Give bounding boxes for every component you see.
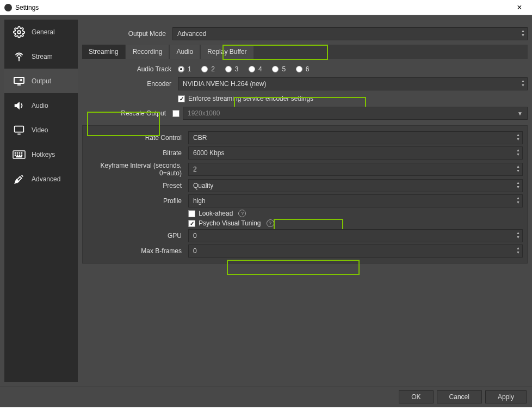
rescale-select[interactable]: 1920x1080 ▼ <box>183 107 528 120</box>
encoder-select[interactable]: NVIDIA NVENC H.264 (new) ▲▼ <box>178 77 528 90</box>
audio-track-4[interactable] <box>249 66 255 72</box>
output-tabs: Streaming Recording Audio Replay Buffer <box>82 45 528 59</box>
speaker-icon <box>12 100 26 112</box>
preset-label: Preset <box>87 182 185 189</box>
updown-icon: ▲▼ <box>516 196 520 205</box>
app-icon <box>4 4 12 11</box>
broadcast-icon <box>12 51 26 63</box>
profile-label: Profile <box>87 197 185 205</box>
help-icon[interactable]: ? <box>238 210 246 217</box>
output-mode-value: Advanced <box>177 30 206 38</box>
gpu-input[interactable]: 0▲▼ <box>188 229 523 242</box>
encoder-value: NVIDIA NVENC H.264 (new) <box>183 80 266 88</box>
keyboard-icon <box>12 149 26 161</box>
svg-point-0 <box>17 30 21 34</box>
pvt-checkbox[interactable] <box>188 220 195 227</box>
rescale-checkbox[interactable] <box>172 110 180 117</box>
kfi-label: Keyframe Interval (seconds, 0=auto) <box>87 162 185 177</box>
sidebar-item-label: Output <box>32 77 51 85</box>
audio-track-row: Audio Track 1 2 3 4 5 6 <box>82 65 528 73</box>
audio-track-label: Audio Track <box>82 65 175 73</box>
preset-select[interactable]: Quality▲▼ <box>188 179 523 192</box>
svg-rect-13 <box>16 156 22 157</box>
sidebar-item-label: Stream <box>32 53 53 60</box>
rescale-label: Rescale Output <box>82 109 169 117</box>
bitrate-label: Bitrate <box>87 149 185 157</box>
chevron-down-icon: ▼ <box>517 111 523 117</box>
pvt-row: Psycho Visual Tuning ? <box>87 219 523 227</box>
sidebar-item-label: Hotkeys <box>32 151 55 158</box>
svg-point-11 <box>19 155 20 155</box>
updown-icon: ▲▼ <box>516 181 520 189</box>
close-button[interactable]: × <box>511 3 528 13</box>
bitrate-input[interactable]: 6000 Kbps▲▼ <box>188 146 523 160</box>
sidebar-item-audio[interactable]: Audio <box>4 93 78 118</box>
audio-track-5[interactable] <box>272 66 279 72</box>
tools-icon <box>12 173 26 185</box>
svg-rect-3 <box>15 126 24 132</box>
maxbf-label: Max B-frames <box>87 247 185 255</box>
audio-track-3[interactable] <box>225 66 232 72</box>
kfi-input[interactable]: 2▲▼ <box>188 163 523 176</box>
output-mode-select[interactable]: Advanced ▲▼ <box>172 27 528 40</box>
dialog-buttons: OK Cancel Apply <box>0 387 532 407</box>
tab-replay-buffer[interactable]: Replay Buffer <box>201 45 253 59</box>
help-icon[interactable]: ? <box>267 219 274 227</box>
audio-track-1[interactable] <box>178 66 184 72</box>
monitor-icon <box>12 124 26 136</box>
svg-point-7 <box>19 152 20 153</box>
content-area: Output Mode Advanced ▲▼ Streaming Record… <box>82 20 528 382</box>
look-ahead-row: Look-ahead ? <box>87 210 523 217</box>
svg-point-9 <box>15 155 15 155</box>
svg-point-1 <box>18 57 20 58</box>
updown-icon: ▲▼ <box>516 148 520 157</box>
gear-icon <box>12 26 26 38</box>
sidebar-item-label: Advanced <box>32 175 60 183</box>
enforce-row: Enforce streaming service encoder settin… <box>82 95 528 102</box>
encoder-row: Encoder NVIDIA NVENC H.264 (new) ▲▼ <box>82 77 528 90</box>
tab-recording[interactable]: Recording <box>126 45 169 59</box>
encoder-label: Encoder <box>82 80 175 88</box>
sidebar-item-video[interactable]: Video <box>4 118 78 142</box>
output-mode-row: Output Mode Advanced ▲▼ <box>82 27 528 40</box>
audio-track-2[interactable] <box>201 66 208 72</box>
maxbf-input[interactable]: 0▲▼ <box>188 244 523 258</box>
profile-select[interactable]: high▲▼ <box>188 194 523 207</box>
sidebar: General Stream Output Audio Video Hotkey… <box>4 20 78 382</box>
rate-control-select[interactable]: CBR▲▼ <box>188 131 523 144</box>
sidebar-item-label: General <box>32 28 55 36</box>
apply-button[interactable]: Apply <box>485 390 527 403</box>
monitor-out-icon <box>12 75 26 87</box>
tab-audio[interactable]: Audio <box>170 45 200 59</box>
gpu-label: GPU <box>87 232 185 240</box>
sidebar-item-stream[interactable]: Stream <box>4 44 78 69</box>
svg-point-8 <box>21 152 22 153</box>
look-ahead-checkbox[interactable] <box>188 210 195 217</box>
enforce-checkbox[interactable] <box>178 95 185 102</box>
updown-icon: ▲▼ <box>516 133 520 142</box>
sidebar-item-label: Video <box>32 126 48 134</box>
ok-button[interactable]: OK <box>399 390 433 403</box>
updown-icon: ▲▼ <box>521 79 525 88</box>
sidebar-item-hotkeys[interactable]: Hotkeys <box>4 142 78 167</box>
rescale-value: 1920x1080 <box>188 109 220 117</box>
sidebar-item-output[interactable]: Output <box>4 69 78 93</box>
sidebar-item-general[interactable]: General <box>4 20 78 44</box>
updown-icon: ▲▼ <box>516 231 520 240</box>
audio-track-6[interactable] <box>296 66 302 72</box>
enforce-label: Enforce streaming service encoder settin… <box>188 95 313 102</box>
sidebar-item-advanced[interactable]: Advanced <box>4 167 78 191</box>
sidebar-item-label: Audio <box>32 102 48 109</box>
cancel-button[interactable]: Cancel <box>437 390 482 403</box>
updown-icon: ▲▼ <box>516 246 520 255</box>
updown-icon: ▲▼ <box>516 164 520 173</box>
output-mode-label: Output Mode <box>82 30 169 38</box>
tab-streaming[interactable]: Streaming <box>82 45 125 59</box>
svg-rect-2 <box>14 77 24 83</box>
pvt-label: Psycho Visual Tuning <box>199 219 261 227</box>
workspace: General Stream Output Audio Video Hotkey… <box>0 15 532 387</box>
look-ahead-label: Look-ahead <box>199 210 233 217</box>
svg-point-6 <box>17 152 17 153</box>
svg-point-10 <box>17 155 17 155</box>
svg-point-5 <box>15 152 15 153</box>
